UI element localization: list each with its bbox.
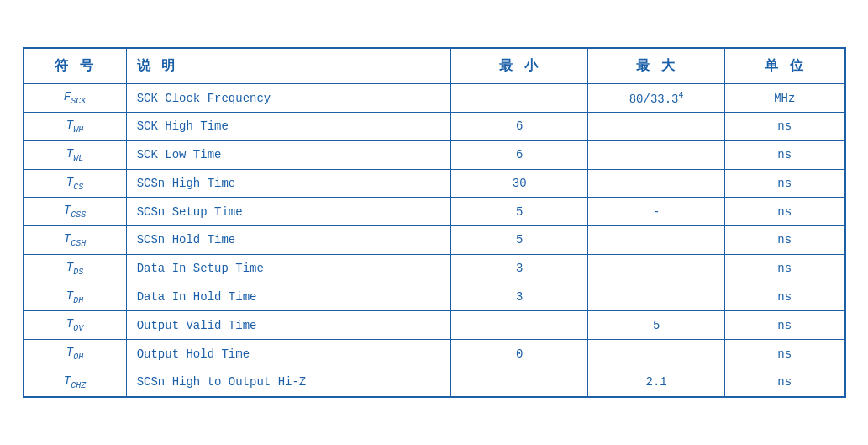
symbol-cell: TWL <box>24 140 126 169</box>
min-cell <box>451 368 588 397</box>
unit-cell: ns <box>725 283 844 311</box>
table-body: FSCKSCK Clock Frequency80/33.34MHzTWHSCK… <box>24 84 844 397</box>
max-cell <box>588 169 725 198</box>
min-cell: 30 <box>451 169 588 198</box>
unit-cell: ns <box>725 226 844 255</box>
description-cell: Output Hold Time <box>126 340 451 368</box>
timing-table: 符 号 说 明 最 小 最 大 单 位 FSCKSCK Clock Freque… <box>24 48 845 397</box>
max-cell <box>588 254 725 283</box>
symbol-cell: TCS <box>24 169 126 198</box>
description-cell: SCK Clock Frequency <box>126 84 451 113</box>
min-cell: 5 <box>451 226 588 255</box>
min-cell: 0 <box>451 340 588 368</box>
symbol-cell: TOH <box>24 340 126 368</box>
header-min: 最 小 <box>451 49 588 84</box>
table-row: FSCKSCK Clock Frequency80/33.34MHz <box>24 84 844 113</box>
unit-cell: ns <box>725 254 844 283</box>
table-row: TWLSCK Low Time6ns <box>24 140 844 169</box>
unit-cell: ns <box>725 198 844 226</box>
table-row: TWHSCK High Time6ns <box>24 112 844 140</box>
description-cell: Data In Setup Time <box>126 254 451 283</box>
description-cell: SCSn High to Output Hi-Z <box>126 368 451 397</box>
description-cell: Output Valid Time <box>126 311 451 340</box>
table-row: TCSHSCSn Hold Time5ns <box>24 226 844 255</box>
max-cell: 5 <box>588 311 725 340</box>
min-cell <box>451 84 588 113</box>
min-cell: 3 <box>451 283 588 311</box>
header-description: 说 明 <box>126 49 451 84</box>
symbol-cell: TOV <box>24 311 126 340</box>
symbol-cell: FSCK <box>24 84 126 113</box>
max-cell: 2.1 <box>588 368 725 397</box>
symbol-cell: TWH <box>24 112 126 140</box>
table-row: TCSSCSn High Time30ns <box>24 169 844 198</box>
unit-cell: ns <box>725 311 844 340</box>
description-cell: SCSn Hold Time <box>126 226 451 255</box>
unit-cell: ns <box>725 169 844 198</box>
max-cell: - <box>588 198 725 226</box>
unit-cell: ns <box>725 340 844 368</box>
description-cell: Data In Hold Time <box>126 283 451 311</box>
symbol-cell: TCSH <box>24 226 126 255</box>
max-cell <box>588 340 725 368</box>
symbol-cell: TCHZ <box>24 368 126 397</box>
unit-cell: ns <box>725 368 844 397</box>
min-cell <box>451 311 588 340</box>
max-cell: 80/33.34 <box>588 84 725 113</box>
unit-cell: ns <box>725 112 844 140</box>
min-cell: 5 <box>451 198 588 226</box>
description-cell: SCK Low Time <box>126 140 451 169</box>
min-cell: 6 <box>451 112 588 140</box>
unit-cell: ns <box>725 140 844 169</box>
symbol-cell: TDH <box>24 283 126 311</box>
table-row: TOHOutput Hold Time0ns <box>24 340 844 368</box>
max-cell <box>588 283 725 311</box>
table-row: TDHData In Hold Time3ns <box>24 283 844 311</box>
table-row: TCSSSCSn Setup Time5-ns <box>24 198 844 226</box>
timing-table-container: 符 号 说 明 最 小 最 大 单 位 FSCKSCK Clock Freque… <box>23 47 846 398</box>
table-row: TCHZSCSn High to Output Hi-Z2.1ns <box>24 368 844 397</box>
symbol-cell: TDS <box>24 254 126 283</box>
description-cell: SCSn Setup Time <box>126 198 451 226</box>
table-row: TDSData In Setup Time3ns <box>24 254 844 283</box>
min-cell: 6 <box>451 140 588 169</box>
symbol-cell: TCSS <box>24 198 126 226</box>
description-cell: SCK High Time <box>126 112 451 140</box>
header-symbol: 符 号 <box>24 49 126 84</box>
min-cell: 3 <box>451 254 588 283</box>
description-cell: SCSn High Time <box>126 169 451 198</box>
unit-cell: MHz <box>725 84 844 113</box>
header-unit: 单 位 <box>725 49 844 84</box>
max-cell <box>588 112 725 140</box>
max-cell <box>588 140 725 169</box>
table-row: TOVOutput Valid Time5ns <box>24 311 844 340</box>
max-cell <box>588 226 725 255</box>
header-max: 最 大 <box>588 49 725 84</box>
table-header-row: 符 号 说 明 最 小 最 大 单 位 <box>24 49 844 84</box>
